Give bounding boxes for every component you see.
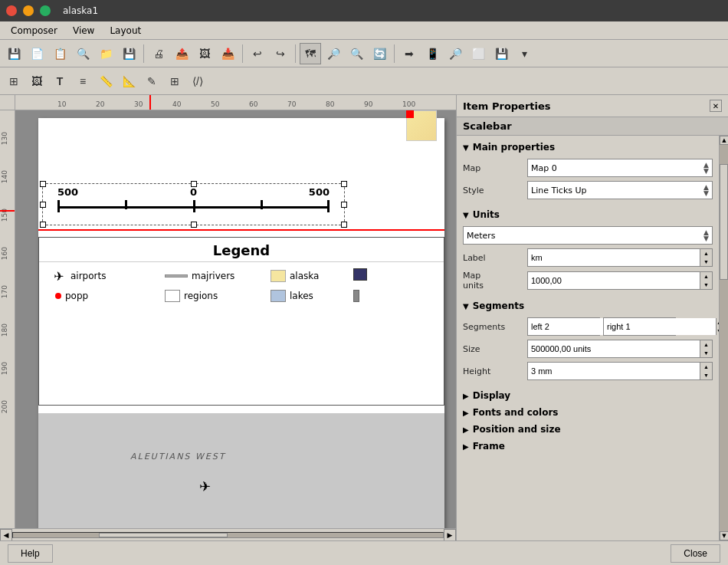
section-arrow-main-props: ▼	[463, 143, 469, 152]
tb-export-img[interactable]: 🖼	[194, 43, 215, 64]
size-spin-down[interactable]: ▼	[700, 349, 712, 357]
segments-left-input[interactable]: ▲ ▼	[527, 317, 600, 336]
separator-2	[242, 44, 243, 63]
mapunits-spin-down[interactable]: ▼	[700, 281, 712, 289]
legend-icon-popp	[55, 293, 61, 299]
ruler-mark-190: 190	[1, 362, 8, 375]
height-spin-up[interactable]: ▲	[700, 363, 712, 371]
tb-zoom-out[interactable]: 🔍	[346, 43, 367, 64]
tb-add-html[interactable]: ⟨/⟩	[187, 71, 208, 92]
tb-save2[interactable]: 💾	[118, 43, 139, 64]
size-input-field[interactable]	[528, 340, 700, 357]
ruler-mark-60: 60	[249, 100, 257, 108]
menu-layout[interactable]: Layout	[102, 24, 149, 38]
tb-add-image[interactable]: 🖼	[26, 71, 48, 92]
close-button[interactable]	[6, 5, 17, 16]
vscroll-thumb[interactable]	[720, 164, 728, 280]
tb-nav-right[interactable]: ➡	[398, 43, 420, 64]
tb-select[interactable]: ⬜	[467, 43, 489, 64]
style-select-arrow: ▲▼	[703, 184, 709, 196]
menu-view[interactable]: View	[65, 24, 102, 38]
close-button-main[interactable]: Close	[671, 544, 720, 563]
menu-composer[interactable]: Composer	[3, 24, 65, 38]
height-spin-down[interactable]: ▼	[700, 371, 712, 379]
tb-add-map[interactable]: ⊞	[3, 71, 25, 92]
legend-box[interactable]: Legend ✈ airports majrivers	[38, 237, 444, 406]
section-header-position-size[interactable]: ▶ Position and size	[457, 421, 719, 438]
tb-undo[interactable]: ↩	[247, 43, 268, 64]
panel-scrollbar-v[interactable]: ▲ ▼	[719, 136, 728, 540]
canvas-inner[interactable]: 10 20 30 40 50 60 70 80 90 100	[0, 95, 456, 528]
toolbar-main: 💾 📄 📋 🔍 📁 💾 🖨 📤 🖼 📥 ↩ ↪ 🗺 🔎 🔍 🔄 ➡ 📱 🔎 ⬜ …	[0, 40, 728, 67]
label-input[interactable]: ▲ ▼	[527, 248, 713, 267]
section-arrow-units: ▼	[463, 211, 469, 219]
scrollbar-thumb-h[interactable]	[99, 533, 228, 537]
scrollbar-track-h[interactable]	[12, 532, 444, 538]
height-input[interactable]: ▲ ▼	[527, 362, 713, 380]
tb-save3[interactable]: 💾	[490, 43, 512, 64]
tb-save[interactable]: 💾	[3, 43, 25, 64]
tb-add-table[interactable]: ⊞	[164, 71, 185, 92]
tb-new[interactable]: 📄	[26, 43, 48, 64]
panel-with-scroll: ▼ Main properties Map Map 0 ▲▼	[457, 136, 728, 540]
tb-redo[interactable]: ↪	[270, 43, 291, 64]
ruler-mark-130: 130	[1, 132, 8, 145]
style-select[interactable]: Line Ticks Up ▲▼	[527, 181, 713, 199]
segments-right-field[interactable]	[604, 318, 716, 335]
map-select[interactable]: Map 0 ▲▼	[527, 159, 713, 177]
tb-export-pdf[interactable]: 📤	[171, 43, 192, 64]
tb-add-text[interactable]: T	[49, 71, 71, 92]
tb-more[interactable]: ▾	[513, 43, 535, 64]
tb-zoom-in[interactable]: 🔎	[323, 43, 344, 64]
panel-close-button[interactable]: ✕	[710, 100, 722, 112]
tb-find[interactable]: 🔍	[72, 43, 93, 64]
tb-zoom-extent[interactable]: 🔎	[444, 43, 466, 64]
units-select-arrow: ▲▼	[703, 229, 709, 241]
maximize-button[interactable]	[40, 5, 51, 16]
section-header-segments[interactable]: ▼ Segments	[457, 297, 719, 314]
handle-tr	[341, 181, 347, 187]
section-label-fonts-colors: Fonts and colors	[473, 407, 559, 418]
tb-add-scalebar[interactable]: 📏	[95, 71, 116, 92]
label-input-field[interactable]	[528, 249, 700, 266]
mapunits-spin-up[interactable]: ▲	[700, 272, 712, 281]
tb-add-arrow[interactable]: ✎	[141, 71, 162, 92]
tb-export-svg[interactable]: 📥	[217, 43, 238, 64]
tb-pan[interactable]: 🗺	[300, 43, 321, 64]
section-header-frame[interactable]: ▶ Frame	[457, 438, 719, 455]
tb-add-legend[interactable]: ≡	[72, 71, 93, 92]
tb-refresh[interactable]: 🔄	[369, 43, 390, 64]
tb-add-shape[interactable]: 📐	[118, 71, 139, 92]
tb-atlas[interactable]: 📱	[421, 43, 443, 64]
units-select[interactable]: Meters ▲▼	[463, 226, 713, 245]
section-header-units[interactable]: ▼ Units	[457, 206, 719, 223]
help-button[interactable]: Help	[8, 544, 53, 563]
vscroll-down-btn[interactable]: ▼	[720, 531, 728, 540]
form-row-map: Map Map 0 ▲▼	[463, 159, 713, 177]
section-header-main-props[interactable]: ▼ Main properties	[457, 139, 719, 156]
scroll-left-btn[interactable]: ◀	[0, 529, 12, 541]
handle-bm	[191, 222, 197, 228]
vscroll-track[interactable]	[720, 145, 728, 531]
label-spin-down[interactable]: ▼	[700, 258, 712, 266]
minimize-button[interactable]	[23, 5, 34, 16]
tb-templates[interactable]: 📋	[49, 43, 71, 64]
section-arrow-segments: ▼	[463, 302, 469, 310]
style-select-value: Line Ticks Up	[531, 186, 587, 195]
scalebar-labels: 500 0 500	[57, 186, 330, 198]
tb-open[interactable]: 📁	[95, 43, 116, 64]
height-input-field[interactable]	[528, 363, 700, 379]
size-input[interactable]: ▲ ▼	[527, 340, 713, 358]
section-header-display[interactable]: ▶ Display	[457, 387, 719, 404]
section-header-fonts-colors[interactable]: ▶ Fonts and colors	[457, 404, 719, 421]
mapunits-input-field[interactable]	[528, 272, 700, 289]
tb-print[interactable]: 🖨	[148, 43, 169, 64]
segments-right-input[interactable]: ▲ ▼	[603, 317, 676, 336]
mapunits-input[interactable]: ▲ ▼	[527, 271, 713, 290]
label-spin-up[interactable]: ▲	[700, 249, 712, 258]
vscroll-up-btn[interactable]: ▲	[720, 136, 728, 145]
scroll-right-btn[interactable]: ▶	[444, 529, 456, 541]
scalebar-element[interactable]: 500 0 500	[42, 183, 345, 225]
size-spin-up[interactable]: ▲	[700, 340, 712, 349]
legend-item-popp: popp	[51, 290, 159, 302]
